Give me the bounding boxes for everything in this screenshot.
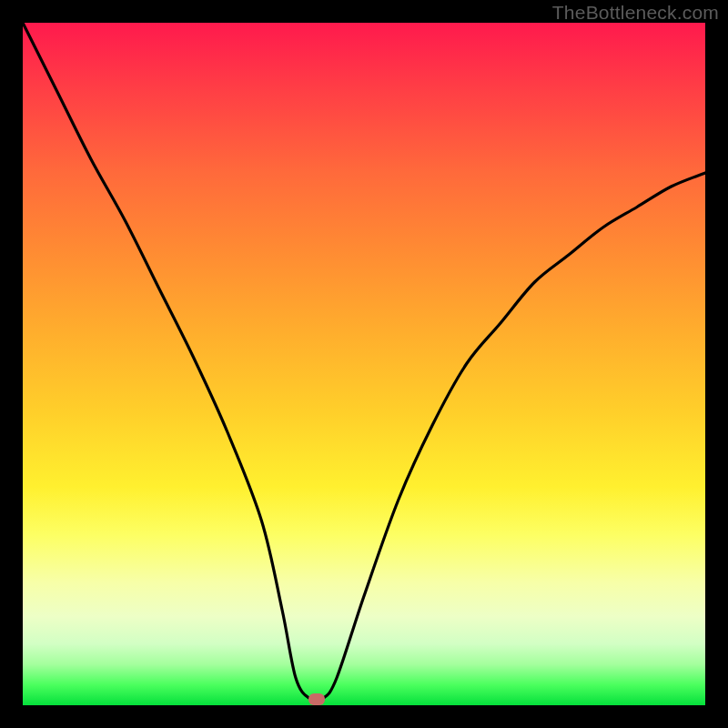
watermark-text: TheBottleneck.com <box>552 2 719 24</box>
curve-svg <box>23 23 705 705</box>
plot-area <box>23 23 705 705</box>
optimal-point-marker <box>308 693 325 705</box>
bottleneck-curve <box>23 23 705 701</box>
chart-frame: TheBottleneck.com <box>0 0 728 728</box>
